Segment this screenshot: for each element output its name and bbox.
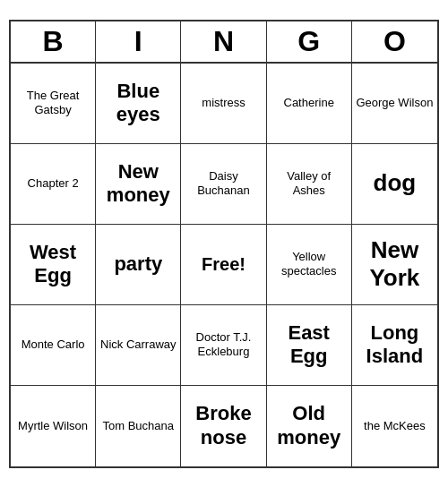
bingo-cell-12: Free! [181, 225, 266, 305]
cell-text-15: Monte Carlo [22, 337, 85, 352]
bingo-cell-2: mistress [181, 64, 266, 144]
cell-text-7: Daisy Buchanan [185, 169, 262, 197]
cell-text-16: Nick Carraway [100, 337, 177, 352]
bingo-cell-4: George Wilson [352, 64, 437, 144]
bingo-cell-13: Yellow spectacles [267, 225, 352, 305]
bingo-cell-11: party [96, 225, 181, 305]
cell-text-9: dog [374, 169, 417, 197]
bingo-cell-10: West Egg [11, 225, 96, 305]
cell-text-5: Chapter 2 [28, 176, 79, 191]
bingo-cell-15: Monte Carlo [11, 305, 96, 386]
cell-text-19: Long Island [356, 321, 434, 369]
cell-text-8: Valley of Ashes [271, 169, 348, 197]
cell-text-12: Free! [202, 253, 246, 275]
bingo-cell-0: The Great Gatsby [11, 64, 96, 144]
cell-text-13: Yellow spectacles [271, 250, 348, 278]
cell-text-22: Broke nose [185, 402, 262, 449]
bingo-grid: The Great GatsbyBlue eyesmistressCatheri… [11, 64, 437, 466]
bingo-card: BINGO The Great GatsbyBlue eyesmistressC… [9, 20, 439, 468]
cell-text-21: Tom Buchana [103, 419, 175, 433]
cell-text-11: party [114, 252, 162, 276]
header-letter-n: N [181, 21, 266, 62]
header-letter-g: G [267, 21, 352, 62]
cell-text-2: mistress [202, 96, 245, 110]
header-letter-b: B [11, 21, 96, 62]
bingo-cell-24: the McKees [352, 386, 437, 466]
bingo-cell-9: dog [352, 144, 437, 225]
bingo-cell-6: New money [96, 144, 181, 225]
bingo-cell-20: Myrtle Wilson [11, 386, 96, 466]
cell-text-18: East Egg [271, 321, 348, 369]
cell-text-23: Old money [271, 402, 348, 449]
bingo-header: BINGO [11, 21, 437, 64]
bingo-cell-16: Nick Carraway [96, 305, 181, 386]
cell-text-24: the McKees [364, 419, 426, 433]
cell-text-4: George Wilson [356, 96, 433, 110]
bingo-cell-5: Chapter 2 [11, 144, 96, 225]
cell-text-6: New money [99, 160, 177, 208]
bingo-cell-22: Broke nose [181, 386, 266, 466]
bingo-cell-14: New York [352, 225, 437, 305]
bingo-cell-3: Catherine [267, 64, 352, 144]
bingo-cell-8: Valley of Ashes [267, 144, 352, 225]
bingo-cell-7: Daisy Buchanan [181, 144, 266, 225]
cell-text-17: Doctor T.J. Eckleburg [185, 330, 262, 358]
cell-text-1: Blue eyes [99, 80, 177, 127]
cell-text-3: Catherine [284, 96, 334, 110]
bingo-cell-21: Tom Buchana [96, 386, 181, 466]
bingo-cell-19: Long Island [352, 305, 437, 386]
cell-text-0: The Great Gatsby [14, 89, 91, 116]
bingo-cell-23: Old money [267, 386, 352, 466]
bingo-cell-1: Blue eyes [96, 64, 181, 144]
bingo-cell-18: East Egg [267, 305, 352, 386]
cell-text-14: New York [356, 236, 434, 292]
bingo-cell-17: Doctor T.J. Eckleburg [181, 305, 266, 386]
cell-text-10: West Egg [14, 241, 91, 288]
header-letter-i: I [96, 21, 181, 62]
header-letter-o: O [352, 21, 437, 62]
cell-text-20: Myrtle Wilson [18, 419, 88, 433]
